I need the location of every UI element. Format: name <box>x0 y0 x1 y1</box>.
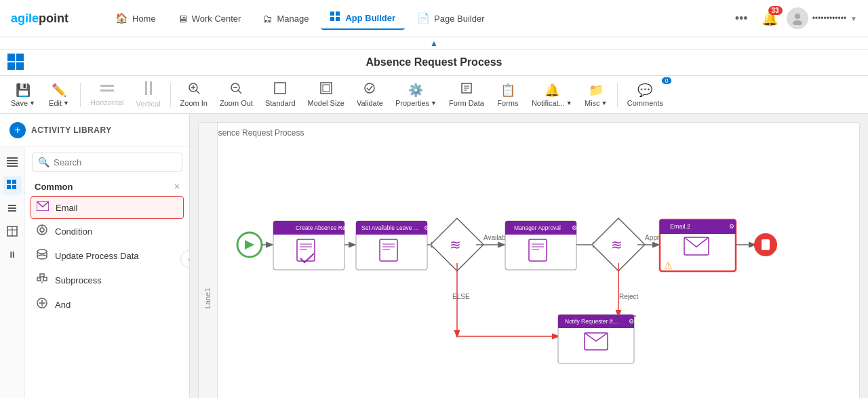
user-chevron-icon: ▼ <box>850 15 857 22</box>
svg-rect-86 <box>431 218 484 271</box>
svg-line-20 <box>238 90 241 94</box>
svg-rect-68 <box>273 230 344 235</box>
svg-text:⚙: ⚙ <box>572 224 577 231</box>
svg-rect-81 <box>380 239 397 261</box>
avatar <box>787 7 808 29</box>
notifications-icon: 🔔 <box>545 83 559 98</box>
activity-library-sidebar: + ACTIVITY LIBRARY II <box>0 114 190 398</box>
svg-rect-36 <box>7 185 11 189</box>
svg-text:ELSE: ELSE <box>452 293 470 300</box>
nav-work-center[interactable]: 🖥 Work Center <box>168 9 251 28</box>
zoom-out-icon <box>230 82 242 98</box>
svg-rect-122 <box>558 323 634 328</box>
nav-home[interactable]: 🏠 Home <box>106 8 165 28</box>
form-data-button[interactable]: Form Data <box>443 79 490 110</box>
search-input[interactable] <box>54 157 176 167</box>
svg-rect-3 <box>330 17 334 21</box>
vertical-button[interactable]: Vertical <box>131 79 166 111</box>
activity-item-and[interactable]: And <box>31 292 184 317</box>
nav-right: ••• 🔔 33 •••••••••••• ▼ <box>730 7 857 29</box>
form-data-icon <box>460 82 473 98</box>
zoom-out-button[interactable]: Zoom Out <box>214 79 258 110</box>
properties-button[interactable]: ⚙️ Properties ▼ <box>390 80 442 110</box>
forms-button[interactable]: 📋 Forms <box>491 80 525 110</box>
properties-icon: ⚙️ <box>408 83 423 98</box>
lane-text: Lane1 <box>204 288 212 309</box>
save-button[interactable]: 💾 Save ▼ <box>5 80 41 110</box>
category-close-icon[interactable]: × <box>174 181 180 192</box>
model-size-button[interactable]: Model Size <box>302 79 350 110</box>
nav-app-builder[interactable]: App Builder <box>321 7 405 30</box>
canvas-area[interactable]: Absence Request Process Lane1 Create Abs… <box>190 114 868 398</box>
misc-icon: 📁 <box>589 83 604 98</box>
search-box[interactable]: 🔍 <box>32 153 182 172</box>
svg-rect-121 <box>558 315 634 328</box>
add-activity-button[interactable]: + <box>9 122 26 138</box>
svg-text:Reject: Reject <box>619 293 639 300</box>
activity-item-email[interactable]: Email <box>31 196 184 219</box>
nav-page-builder-label: Page Builder <box>434 14 484 24</box>
sidebar-tab-grid[interactable] <box>3 176 22 195</box>
save-icon: 💾 <box>16 83 31 98</box>
activity-item-update-process-data[interactable]: Update Process Data <box>31 243 184 268</box>
save-arrow-icon: ▼ <box>29 100 35 106</box>
validate-button[interactable]: Validate <box>351 79 389 110</box>
svg-rect-78 <box>356 230 427 235</box>
toolbar-divider-3 <box>617 83 618 107</box>
user-area[interactable]: •••••••••••• ▼ <box>787 7 857 29</box>
subprocess-icon <box>36 273 48 287</box>
notifications-arrow-icon: ▼ <box>566 100 572 106</box>
svg-rect-95 <box>505 230 576 235</box>
edit-button[interactable]: ✏️ Edit ▼ <box>42 80 76 110</box>
category-header[interactable]: Common × <box>25 177 189 196</box>
activity-item-condition[interactable]: Condition <box>31 219 184 243</box>
svg-marker-64 <box>245 240 254 250</box>
notifications-button[interactable]: 🔔 Notificat... ▼ <box>526 80 578 110</box>
sidebar-tab-roman[interactable]: II <box>3 245 22 264</box>
svg-rect-9 <box>7 62 15 70</box>
flow-diagram: Create Absence Reque... ⚙ Set Available … <box>219 140 850 398</box>
sidebar-tab-block[interactable] <box>3 222 22 241</box>
comments-button[interactable]: 💬 Comments 0 <box>622 80 669 110</box>
sidebar-tab-lines[interactable] <box>3 199 22 218</box>
app-grid-icon[interactable] <box>7 53 24 73</box>
svg-line-16 <box>196 90 199 94</box>
activity-item-subprocess[interactable]: Subprocess <box>31 268 184 292</box>
svg-rect-98 <box>529 239 547 261</box>
title-bar: Absence Request Process <box>0 49 868 76</box>
toolbar: 💾 Save ▼ ✏️ Edit ▼ Horizontal Vertical Z… <box>0 76 868 114</box>
sidebar-header: + ACTIVITY LIBRARY <box>0 114 189 147</box>
svg-point-6 <box>793 20 802 25</box>
sidebar-tab-list[interactable] <box>3 153 22 172</box>
svg-rect-11 <box>100 85 114 87</box>
svg-rect-7 <box>7 54 15 61</box>
nav-manage[interactable]: 🗂 Manage <box>253 9 318 28</box>
svg-text:⚠: ⚠ <box>664 260 673 271</box>
page-builder-icon: 📄 <box>417 12 430 24</box>
nav-page-builder[interactable]: 📄 Page Builder <box>408 8 494 28</box>
svg-rect-33 <box>7 165 18 167</box>
svg-text:Email.2: Email.2 <box>670 223 690 230</box>
toolbar-divider-2 <box>170 83 171 107</box>
horizontal-button[interactable]: Horizontal <box>85 80 130 109</box>
standard-button[interactable]: Standard <box>260 79 301 110</box>
nav-more-btn[interactable]: ••• <box>730 9 753 28</box>
chevron-up-icon: ▲ <box>430 39 438 48</box>
misc-arrow-icon: ▼ <box>601 100 608 106</box>
category-title: Common <box>35 182 73 192</box>
svg-point-5 <box>795 14 800 19</box>
misc-button[interactable]: 📁 Misc ▼ <box>579 80 613 110</box>
svg-point-49 <box>37 250 47 254</box>
nav-app-builder-label: App Builder <box>345 13 395 23</box>
svg-rect-110 <box>660 220 736 271</box>
svg-rect-34 <box>7 180 11 184</box>
svg-text:Notify Requester If....: Notify Requester If.... <box>565 318 619 325</box>
svg-rect-32 <box>7 163 18 164</box>
svg-point-25 <box>365 83 374 93</box>
notification-btn[interactable]: 🔔 33 <box>762 10 778 26</box>
svg-point-46 <box>40 228 44 232</box>
nav-collapse-bar[interactable]: ▲ <box>0 37 868 49</box>
zoom-in-button[interactable]: Zoom In <box>175 79 213 110</box>
svg-rect-13 <box>145 81 147 95</box>
activity-list: Email Condition Update Process Data <box>25 196 189 317</box>
